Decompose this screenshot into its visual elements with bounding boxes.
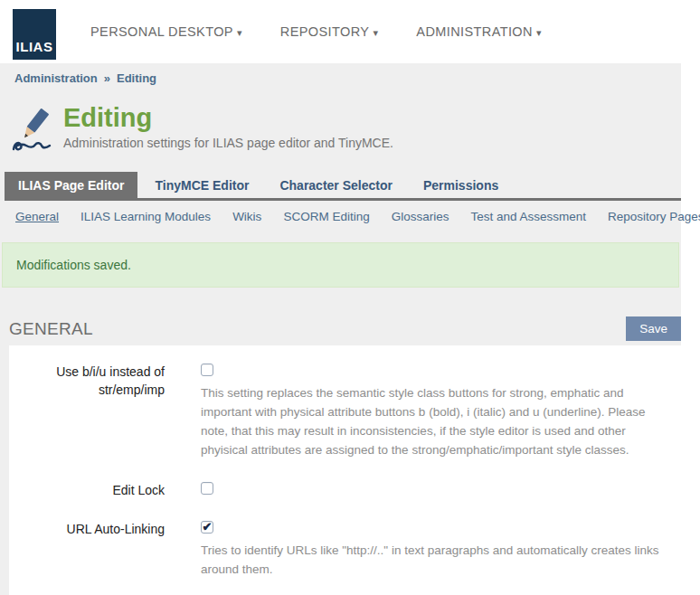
page-header-text: Editing Administration settings for ILIA… — [63, 103, 393, 156]
form-row-url-autolink: URL Auto-Linking ✔ Tries to identify URL… — [9, 521, 667, 580]
subtab-glossaries[interactable]: Glossaries — [392, 210, 449, 223]
section-title: GENERAL — [9, 319, 93, 339]
subtab-general[interactable]: General — [15, 210, 59, 223]
success-message: Modifications saved. — [2, 242, 679, 288]
subtab-ilias-learning-modules[interactable]: ILIAS Learning Modules — [80, 210, 211, 223]
breadcrumb: Administration»Editing — [0, 63, 681, 90]
save-button-top[interactable]: Save — [626, 316, 681, 341]
breadcrumb-separator: » — [104, 71, 110, 85]
subtab-test-and-assessment[interactable]: Test and Assessment — [470, 210, 586, 223]
biu-label: Use b/i/u instead of str/emp/imp — [9, 364, 165, 460]
pencil-squiggle-icon — [11, 109, 54, 156]
url-autolink-control: ✔ Tries to identify URLs like "http://..… — [201, 521, 667, 580]
form-row-edit-lock: Edit Lock — [9, 482, 667, 500]
edit-lock-label: Edit Lock — [9, 482, 165, 500]
page-content: Administration»Editing Editing Administr… — [0, 63, 681, 595]
form-row-biu: Use b/i/u instead of str/emp/imp This se… — [9, 364, 667, 460]
url-autolink-checkbox[interactable]: ✔ — [201, 521, 213, 534]
menu-personal-desktop[interactable]: PERSONAL DESKTOP▾ — [90, 24, 242, 39]
tab-ilias-page-editor[interactable]: ILIAS Page Editor — [5, 172, 137, 198]
edit-lock-control — [201, 482, 667, 500]
main-menu: PERSONAL DESKTOP▾ REPOSITORY▾ ADMINISTRA… — [90, 24, 542, 39]
section-header: GENERAL Save — [9, 316, 681, 341]
menu-repository[interactable]: REPOSITORY▾ — [280, 24, 378, 39]
tab-permissions[interactable]: Permissions — [410, 172, 512, 198]
chevron-down-icon: ▾ — [237, 27, 242, 38]
subtab-repository-pages[interactable]: Repository Pages — [608, 210, 700, 223]
tab-tinymce-editor[interactable]: TinyMCE Editor — [141, 172, 262, 198]
page-subtitle: Administration settings for ILIAS page e… — [63, 136, 393, 150]
biu-checkbox[interactable] — [201, 364, 213, 376]
chevron-down-icon: ▾ — [536, 27, 542, 38]
url-autolink-label: URL Auto-Linking — [9, 521, 165, 580]
url-autolink-description: Tries to identify URLs like "http://.." … — [201, 542, 667, 580]
subtab-bar: General ILIAS Learning Modules Wikis SCO… — [0, 201, 681, 231]
biu-control: This setting replaces the semantic style… — [201, 364, 667, 460]
menu-administration[interactable]: ADMINISTRATION▾ — [416, 24, 542, 39]
ilias-logo[interactable]: ILIAS — [13, 9, 56, 60]
chevron-down-icon: ▾ — [373, 27, 378, 38]
breadcrumb-administration[interactable]: Administration — [14, 71, 98, 85]
ilias-logo-text: ILIAS — [16, 39, 53, 54]
top-navbar: ILIAS PERSONAL DESKTOP▾ REPOSITORY▾ ADMI… — [0, 0, 700, 63]
breadcrumb-editing[interactable]: Editing — [117, 71, 156, 85]
edit-lock-checkbox[interactable] — [201, 482, 213, 495]
general-settings-form: Use b/i/u instead of str/emp/imp This se… — [9, 345, 681, 595]
subtab-scorm-editing[interactable]: SCORM Editing — [283, 210, 369, 223]
page-title: Editing — [63, 103, 393, 133]
subtab-wikis[interactable]: Wikis — [232, 210, 261, 223]
page-header: Editing Administration settings for ILIA… — [11, 103, 681, 156]
tab-character-selector[interactable]: Character Selector — [266, 172, 406, 198]
biu-description: This setting replaces the semantic style… — [201, 384, 667, 460]
checkmark-icon: ✔ — [203, 521, 213, 533]
tab-bar: ILIAS Page Editor TinyMCE Editor Charact… — [5, 172, 681, 201]
